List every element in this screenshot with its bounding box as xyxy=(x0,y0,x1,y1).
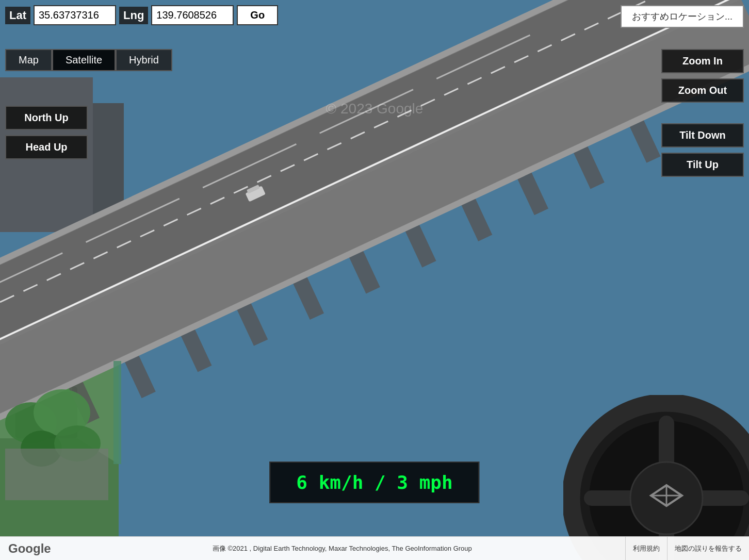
svg-rect-15 xyxy=(236,302,268,346)
top-bar: Lat Lng Go xyxy=(5,5,278,25)
tilt-down-button[interactable]: Tilt Down xyxy=(661,123,744,147)
svg-point-36 xyxy=(21,431,62,467)
map-type-satellite[interactable]: Satellite xyxy=(52,49,116,71)
svg-rect-12 xyxy=(68,381,100,424)
speed-display: 6 km/h / 3 mph xyxy=(269,462,479,503)
map-type-map[interactable]: Map xyxy=(5,49,52,71)
svg-rect-18 xyxy=(405,223,436,267)
head-up-button[interactable]: Head Up xyxy=(5,135,88,159)
steering-wheel xyxy=(563,395,749,560)
lat-input[interactable] xyxy=(34,5,116,25)
svg-rect-6 xyxy=(93,103,124,232)
svg-marker-48 xyxy=(651,485,682,506)
lng-input[interactable] xyxy=(151,5,234,25)
recommend-button[interactable]: おすすめロケーション... xyxy=(621,5,744,28)
terms-link[interactable]: 利用規約 xyxy=(625,537,667,561)
svg-marker-2 xyxy=(0,438,119,536)
svg-rect-38 xyxy=(5,449,108,500)
map-type-bar: Map Satellite Hybrid xyxy=(5,49,172,71)
svg-rect-21 xyxy=(573,145,605,189)
map-type-hybrid[interactable]: Hybrid xyxy=(116,49,172,71)
svg-rect-3 xyxy=(15,387,77,438)
svg-line-29 xyxy=(320,90,413,134)
tilt-up-button[interactable]: Tilt Up xyxy=(661,153,744,177)
svg-rect-24 xyxy=(0,56,749,454)
map-container[interactable]: © 2023 Google Lat Lng Go おすすめロケーション... M… xyxy=(0,0,749,560)
svg-point-34 xyxy=(5,402,57,443)
svg-point-35 xyxy=(34,389,90,436)
svg-point-47 xyxy=(630,462,703,534)
svg-rect-32 xyxy=(247,185,260,194)
svg-rect-39 xyxy=(113,361,121,464)
svg-rect-16 xyxy=(292,276,324,320)
svg-rect-13 xyxy=(124,354,156,398)
svg-marker-1 xyxy=(0,284,119,536)
svg-rect-17 xyxy=(349,250,380,293)
left-controls: North Up Head Up xyxy=(5,106,88,159)
zoom-in-button[interactable]: Zoom In xyxy=(661,49,744,73)
google-logo: Google xyxy=(0,541,59,556)
svg-line-30 xyxy=(436,35,530,79)
bottom-bar: Google 画像 ©2021 , Digital Earth Technolo… xyxy=(0,536,749,560)
copyright-text: 画像 ©2021 , Digital Earth Technology, Max… xyxy=(59,544,625,553)
go-button[interactable]: Go xyxy=(237,5,278,25)
svg-rect-0 xyxy=(0,0,749,560)
zoom-out-button[interactable]: Zoom Out xyxy=(661,78,744,103)
speed-text: 6 km/h / 3 mph xyxy=(296,472,452,493)
svg-line-26 xyxy=(0,253,62,297)
svg-rect-22 xyxy=(629,119,661,163)
north-up-button[interactable]: North Up xyxy=(5,106,88,130)
svg-point-51 xyxy=(663,402,670,408)
svg-point-37 xyxy=(54,425,101,462)
svg-text:© 2023 Google: © 2023 Google xyxy=(326,101,424,117)
svg-rect-19 xyxy=(461,197,492,241)
lat-label: Lat xyxy=(5,7,30,24)
svg-line-27 xyxy=(86,199,180,242)
svg-point-53 xyxy=(571,495,577,501)
svg-rect-14 xyxy=(181,328,212,372)
svg-rect-31 xyxy=(246,186,266,202)
report-link[interactable]: 地図の誤りを報告する xyxy=(667,537,749,561)
svg-line-28 xyxy=(203,144,296,188)
svg-rect-4 xyxy=(31,351,72,392)
terms-links: 利用規約 地図の誤りを報告する xyxy=(625,537,749,561)
lng-label: Lng xyxy=(119,7,148,24)
svg-rect-20 xyxy=(517,171,548,215)
right-controls: Zoom In Zoom Out Tilt Down Tilt Up xyxy=(661,49,744,177)
